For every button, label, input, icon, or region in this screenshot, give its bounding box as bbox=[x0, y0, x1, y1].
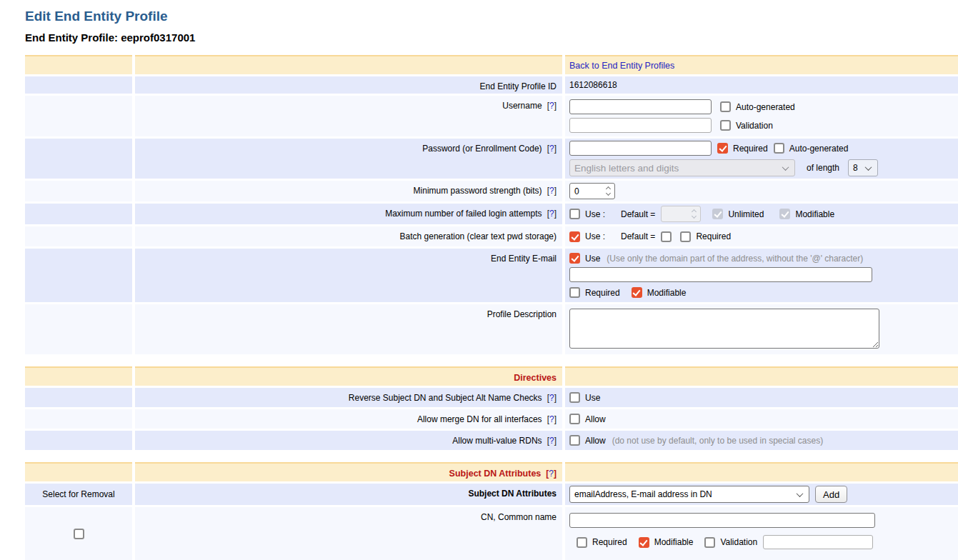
multivalue-rdn-allow-checkbox[interactable] bbox=[569, 435, 580, 446]
email-use-checkbox[interactable] bbox=[569, 253, 580, 264]
username-help-link[interactable]: [?] bbox=[547, 101, 557, 111]
password-value-cell: Required Auto-generated English letters … bbox=[565, 139, 958, 179]
directives-title: Directives bbox=[514, 373, 557, 383]
password-auto-generated-checkbox[interactable] bbox=[774, 143, 784, 154]
spinner-down-icon bbox=[606, 191, 611, 196]
password-help-link[interactable]: [?] bbox=[547, 144, 557, 154]
password-label: Password (or Enrollment Code) bbox=[422, 144, 542, 154]
profile-id-label-cell: End Entity Profile ID bbox=[135, 76, 562, 94]
reverse-checks-use-checkbox[interactable] bbox=[569, 392, 580, 403]
username-pattern-input[interactable] bbox=[569, 118, 712, 133]
merge-dn-label-cell: Allow merge DN for all interfaces[?] bbox=[135, 409, 562, 429]
username-value-cell: Auto-generated Validation bbox=[565, 96, 958, 136]
cn-label-cell: CN, Common name bbox=[135, 507, 562, 560]
multivalue-rdn-label-cell: Allow multi-value RDNs[?] bbox=[135, 431, 562, 450]
max-failed-label: Maximum number of failed login attempts bbox=[385, 209, 542, 219]
description-label-cell: Profile Description bbox=[135, 304, 562, 354]
batch-default-checkbox[interactable] bbox=[661, 231, 672, 242]
cn-validation-label: Validation bbox=[720, 537, 757, 547]
password-length-select[interactable]: 8 bbox=[848, 159, 878, 176]
directives-title-cell: Directives bbox=[135, 366, 562, 386]
cn-remove-checkbox[interactable] bbox=[74, 529, 84, 539]
username-validation-checkbox[interactable] bbox=[720, 120, 731, 131]
batch-label-cell: Batch generation (clear text pwd storage… bbox=[135, 226, 562, 246]
max-failed-help-link[interactable]: [?] bbox=[547, 209, 557, 219]
username-label: Username bbox=[502, 101, 542, 111]
cell-spacer bbox=[25, 462, 132, 481]
merge-dn-allow-checkbox[interactable] bbox=[569, 414, 580, 424]
profile-subtitle: End Entity Profile: eeprof0317001 bbox=[25, 31, 958, 44]
profile-description-textarea[interactable] bbox=[569, 309, 879, 349]
section-gap bbox=[25, 356, 958, 366]
email-modifiable-checkbox[interactable] bbox=[632, 287, 642, 298]
password-input[interactable] bbox=[569, 141, 712, 156]
min-strength-help-link[interactable]: [?] bbox=[547, 186, 557, 196]
cell-spacer bbox=[25, 55, 132, 74]
cn-value-cell: Required Modifiable Validation bbox=[565, 507, 958, 560]
subject-dn-header-row: Subject DN Attributes[?] bbox=[25, 462, 958, 481]
cell-spacer bbox=[25, 181, 132, 201]
multivalue-rdn-label: Allow multi-value RDNs bbox=[452, 436, 542, 446]
min-strength-row: Minimum password strength (bits)[?] 0 bbox=[25, 181, 958, 201]
password-auto-generated-label: Auto-generated bbox=[789, 144, 849, 154]
cn-required-checkbox[interactable] bbox=[577, 537, 587, 548]
cn-validation-checkbox[interactable] bbox=[704, 537, 715, 548]
back-to-profiles-link[interactable]: Back to End Entity Profiles bbox=[569, 61, 954, 71]
min-strength-value-cell: 0 bbox=[565, 181, 958, 201]
cell-spacer bbox=[25, 249, 132, 302]
cell-spacer bbox=[25, 409, 132, 429]
multivalue-rdn-allow-label: Allow bbox=[585, 436, 606, 446]
description-value-cell bbox=[565, 304, 958, 354]
max-failed-default-spinner bbox=[661, 206, 701, 222]
subject-dn-picker-label-cell: Subject DN Attributes bbox=[135, 484, 562, 505]
subject-dn-title-cell: Subject DN Attributes[?] bbox=[135, 462, 562, 481]
batch-value-cell: Use : Default = Required bbox=[565, 226, 958, 246]
cn-modifiable-checkbox[interactable] bbox=[639, 537, 649, 548]
profile-id-row: End Entity Profile ID 1612086618 bbox=[25, 76, 958, 94]
max-failed-default-label: Default = bbox=[621, 209, 655, 219]
multivalue-rdn-row: Allow multi-value RDNs[?] Allow (do not … bbox=[25, 431, 958, 450]
table-header-row: Back to End Entity Profiles bbox=[25, 55, 958, 74]
merge-dn-label: Allow merge DN for all interfaces bbox=[417, 414, 542, 424]
multivalue-rdn-help-link[interactable]: [?] bbox=[547, 436, 557, 446]
description-label: Profile Description bbox=[487, 309, 557, 319]
password-required-checkbox[interactable] bbox=[717, 143, 728, 154]
merge-dn-help-link[interactable]: [?] bbox=[547, 414, 557, 424]
reverse-checks-row: Reverse Subject DN and Subject Alt Name … bbox=[25, 388, 958, 407]
email-required-checkbox[interactable] bbox=[569, 287, 580, 298]
batch-use-checkbox[interactable] bbox=[569, 231, 580, 242]
username-auto-generated-checkbox[interactable] bbox=[720, 101, 731, 112]
batch-required-checkbox[interactable] bbox=[680, 231, 691, 242]
max-failed-row: Maximum number of failed login attempts[… bbox=[25, 204, 958, 224]
merge-dn-allow-label: Allow bbox=[585, 414, 606, 424]
subject-dn-attribute-select[interactable]: emailAddress, E-mail address in DN bbox=[569, 486, 809, 503]
profile-form-table: Back to End Entity Profiles End Entity P… bbox=[25, 55, 958, 560]
cn-validation-input[interactable] bbox=[763, 535, 873, 549]
spinner-down-icon bbox=[692, 214, 697, 219]
spinner-arrows[interactable] bbox=[602, 187, 614, 195]
add-attribute-button[interactable]: Add bbox=[815, 486, 847, 503]
cn-label: CN, Common name bbox=[481, 512, 557, 522]
subject-dn-help-link[interactable]: [?] bbox=[546, 469, 557, 479]
username-input[interactable] bbox=[569, 99, 712, 114]
min-strength-label-cell: Minimum password strength (bits)[?] bbox=[135, 181, 562, 201]
min-strength-spinner[interactable]: 0 bbox=[569, 183, 615, 199]
cell-spacer bbox=[25, 139, 132, 179]
username-row: Username[?] Auto-generated Validation bbox=[25, 96, 958, 136]
password-label-cell: Password (or Enrollment Code)[?] bbox=[135, 139, 562, 179]
reverse-checks-label: Reverse Subject DN and Subject Alt Name … bbox=[349, 393, 542, 403]
cn-remove-cell bbox=[25, 507, 132, 560]
cn-row: CN, Common name Required Modifiable Vali… bbox=[25, 507, 958, 560]
max-failed-use-checkbox[interactable] bbox=[569, 209, 580, 219]
reverse-checks-help-link[interactable]: [?] bbox=[547, 393, 557, 403]
profile-id-value-cell: 1612086618 bbox=[565, 76, 958, 94]
cn-input[interactable] bbox=[569, 513, 875, 528]
select-removal-cell: Select for Removal bbox=[25, 484, 132, 505]
email-modifiable-label: Modifiable bbox=[647, 288, 687, 298]
cell-spacer bbox=[565, 366, 958, 386]
batch-generation-row: Batch generation (clear text pwd storage… bbox=[25, 226, 958, 246]
password-type-select[interactable]: English letters and digits bbox=[569, 159, 795, 176]
spinner-arrows bbox=[688, 210, 700, 218]
email-domain-input[interactable] bbox=[569, 267, 872, 282]
reverse-checks-use-label: Use bbox=[585, 393, 600, 403]
